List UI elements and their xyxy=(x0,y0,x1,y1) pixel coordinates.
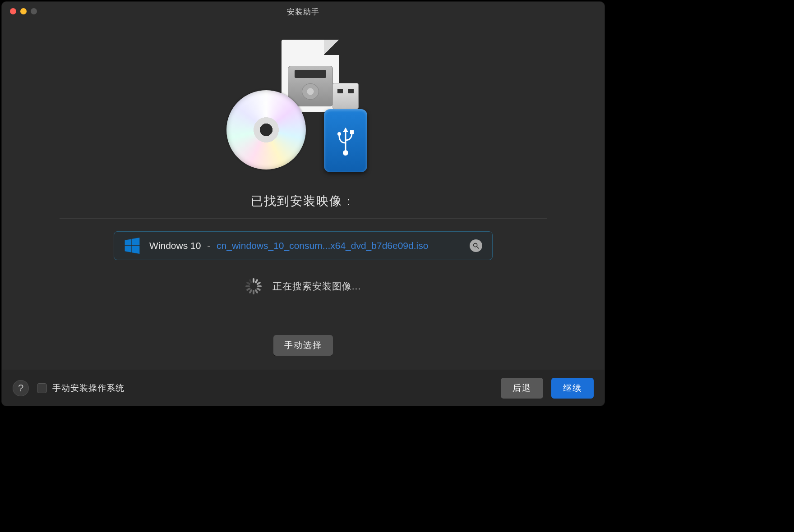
manual-install-checkbox[interactable] xyxy=(37,383,47,393)
help-button[interactable]: ? xyxy=(13,380,29,396)
iso-file-name: cn_windows_10_consum...x64_dvd_b7d6e09d.… xyxy=(217,240,428,251)
manual-install-option: 手动安装操作系统 xyxy=(37,382,125,394)
back-button[interactable]: 后退 xyxy=(501,378,543,399)
manual-install-label: 手动安装操作系统 xyxy=(52,382,125,394)
content-area: 已找到安装映像： Windows 10 - cn_windows_10_cons… xyxy=(2,22,605,370)
windows-logo-icon xyxy=(124,238,140,254)
usb-drive-icon xyxy=(324,83,367,172)
reveal-in-finder-button[interactable] xyxy=(470,239,482,252)
iso-separator: - xyxy=(207,240,210,251)
installer-window: 安装助手 xyxy=(2,2,605,406)
window-controls xyxy=(10,8,37,14)
titlebar: 安装助手 xyxy=(2,2,605,22)
spinner-icon xyxy=(245,278,262,294)
manual-select-button[interactable]: 手动选择 xyxy=(273,335,333,356)
continue-button[interactable]: 继续 xyxy=(551,378,594,399)
magnifier-icon xyxy=(472,242,480,249)
divider xyxy=(60,218,547,219)
found-image-heading: 已找到安装映像： xyxy=(251,193,355,209)
iso-text: Windows 10 - cn_windows_10_consum...x64_… xyxy=(149,240,461,251)
iso-os-name: Windows 10 xyxy=(149,240,201,251)
usb-trident-icon xyxy=(335,125,356,156)
svg-marker-5 xyxy=(132,238,139,245)
window-title: 安装助手 xyxy=(287,7,319,17)
zoom-window-button[interactable] xyxy=(31,8,37,14)
svg-marker-6 xyxy=(125,246,132,252)
footer: ? 手动安装操作系统 后退 继续 xyxy=(2,370,605,406)
disc-icon xyxy=(226,90,306,170)
searching-row: 正在搜索安装图像... xyxy=(245,278,361,294)
searching-label: 正在搜索安装图像... xyxy=(272,280,361,293)
close-window-button[interactable] xyxy=(10,8,16,14)
install-media-icon xyxy=(226,40,380,175)
svg-marker-7 xyxy=(132,246,139,254)
minimize-window-button[interactable] xyxy=(20,8,27,14)
svg-point-2 xyxy=(337,132,341,136)
svg-line-9 xyxy=(477,247,479,248)
svg-marker-4 xyxy=(125,239,132,245)
found-iso-row[interactable]: Windows 10 - cn_windows_10_consum...x64_… xyxy=(114,231,493,260)
svg-rect-3 xyxy=(350,130,354,134)
svg-point-1 xyxy=(343,150,348,156)
